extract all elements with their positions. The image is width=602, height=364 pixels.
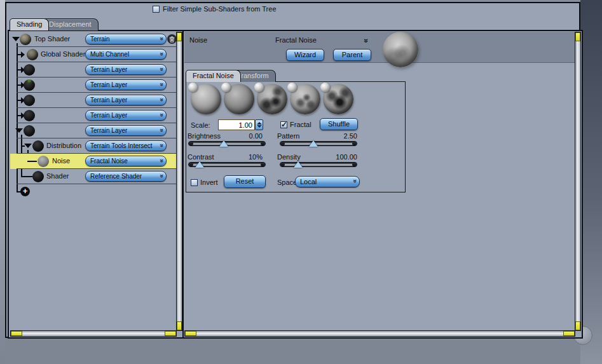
brightness-slider[interactable] [188, 141, 266, 146]
tree-row-distribution[interactable]: Distribution Terrain Tools Intersect » [10, 138, 177, 154]
space-label: Space [277, 179, 297, 186]
chevron-down-icon: » [158, 37, 165, 41]
shader-type-dropdown[interactable]: Terrain Layer » [85, 79, 167, 90]
inspector-shader-name: Noise [189, 36, 207, 44]
add-shader-button[interactable]: + [20, 187, 30, 196]
chevron-down-icon[interactable]: » [363, 39, 369, 43]
fractal-checkbox[interactable] [280, 121, 287, 128]
slider-thumb[interactable] [195, 161, 204, 168]
expand-arrow-icon[interactable] [21, 51, 25, 58]
noise-preset-miniball-icon [188, 83, 198, 92]
shader-type-dropdown[interactable]: Terrain Tools Intersect » [85, 140, 167, 151]
shader-preview-sphere [20, 34, 31, 45]
density-value: 100.00 [317, 153, 357, 161]
tab-fractal-noise[interactable]: Fractal Noise [186, 70, 241, 82]
trash-icon[interactable] [167, 34, 177, 44]
tree-row-terrain-layer[interactable]: Terrain Layer » [10, 78, 177, 93]
scrollbar-handle[interactable] [563, 331, 575, 336]
tree-row-terrain-layer[interactable]: Terrain Layer » [10, 62, 177, 78]
shader-preview-sphere [32, 140, 44, 152]
tree-row-add: + [10, 184, 177, 199]
tree-row-global-shader[interactable]: Global Shader Multi Channel » [10, 47, 177, 62]
inspector-vertical-scrollbar[interactable] [575, 32, 581, 331]
chevron-down-icon: » [352, 179, 358, 183]
tab-displacement[interactable]: Displacement [42, 18, 99, 30]
contrast-label: Contrast [188, 153, 214, 161]
tree-row-terrain-layer[interactable]: Terrain Layer » [10, 108, 177, 123]
scrollbar-handle[interactable] [165, 331, 176, 336]
shader-type-dropdown[interactable]: Multi Channel » [85, 49, 167, 60]
desktop-left-strip [0, 0, 5, 364]
reset-button[interactable]: Reset [224, 175, 266, 188]
tree-row-top-shader[interactable]: Top Shader Terrain » [10, 32, 177, 47]
slider-thumb[interactable] [294, 161, 303, 168]
scrollbar-handle[interactable] [575, 321, 580, 330]
scrollbar-handle[interactable] [11, 331, 22, 336]
shader-type-dropdown[interactable]: Fractal Noise » [85, 156, 167, 166]
tab-shading[interactable]: Shading [10, 18, 49, 30]
contrast-slider[interactable] [188, 162, 266, 167]
wizard-button[interactable]: Wizard [286, 49, 324, 61]
scale-stepper[interactable] [255, 119, 263, 130]
tree-row-terrain-layer[interactable]: Terrain Layer » [10, 93, 177, 108]
tree-row-label: Top Shader [34, 35, 70, 43]
collapse-arrow-icon[interactable] [24, 144, 32, 148]
spinner-up-icon[interactable] [257, 122, 262, 125]
density-label: Density [277, 153, 301, 161]
shader-inspector-panel: Noise Fractal Noise » Wizard Parent Frac… [182, 30, 583, 339]
tree-horizontal-scrollbar[interactable] [10, 330, 177, 337]
shader-preview-sphere [27, 49, 38, 60]
chevron-down-icon: » [158, 128, 165, 132]
shader-preview-sphere [24, 95, 35, 106]
pattern-slider[interactable] [280, 141, 357, 146]
dropdown-value: Terrain Layer [90, 97, 127, 104]
parent-button[interactable]: Parent [333, 49, 371, 61]
shader-type-dropdown[interactable]: Terrain » [85, 34, 167, 44]
fractal-label: Fractal [290, 121, 311, 128]
brightness-value: 0.00 [222, 132, 263, 140]
tree-row-noise-selected[interactable]: Noise Fractal Noise » [10, 154, 177, 169]
chevron-down-icon: » [158, 174, 165, 178]
shader-type-dropdown[interactable]: Terrain Layer » [85, 95, 167, 105]
shuffle-button[interactable]: Shuffle [320, 118, 358, 130]
scrollbar-handle[interactable] [177, 321, 182, 330]
inspector-shader-type-dropdown[interactable]: Fractal Noise [275, 36, 317, 44]
tree-vertical-scrollbar[interactable] [176, 32, 182, 331]
shader-preview-sphere [24, 110, 35, 121]
slider-thumb[interactable] [219, 140, 228, 147]
collapse-arrow-icon[interactable] [12, 37, 20, 41]
contrast-value: 10% [222, 153, 263, 161]
collapse-arrow-icon[interactable] [15, 128, 23, 133]
filter-subshaders-checkbox[interactable] [153, 6, 160, 13]
shader-preview-sphere [24, 125, 35, 137]
inspector-horizontal-scrollbar[interactable] [184, 330, 575, 337]
spinner-down-icon[interactable] [257, 125, 262, 128]
dropdown-value: Terrain Layer [90, 66, 127, 73]
chevron-down-icon: » [158, 83, 165, 86]
invert-checkbox[interactable] [191, 179, 198, 186]
filter-subshaders-label: Filter Simple Sub-Shaders from Tree [163, 5, 277, 13]
chevron-down-icon: » [158, 52, 165, 56]
dropdown-value: Fractal Noise [90, 158, 128, 165]
scrollbar-handle[interactable] [177, 32, 182, 41]
chevron-down-icon: » [158, 144, 165, 147]
tree-connector-line [27, 161, 37, 162]
slider-thumb[interactable] [309, 140, 318, 147]
shader-editor-window: Filter Simple Sub-Shaders from Tree Shad… [5, 2, 580, 338]
pattern-value: 2.50 [317, 132, 357, 140]
chevron-down-icon: » [158, 113, 165, 117]
dropdown-value: Local [300, 178, 317, 185]
density-slider[interactable] [280, 162, 357, 167]
shader-type-dropdown[interactable]: Reference Shader » [85, 171, 167, 182]
shader-type-dropdown[interactable]: Terrain Layer » [85, 64, 167, 75]
tree-row-terrain-layer-expanded[interactable]: Terrain Layer » [10, 123, 177, 138]
dropdown-value: Multi Channel [90, 51, 129, 58]
dropdown-value: Terrain Layer [90, 127, 127, 134]
space-dropdown[interactable]: Local » [295, 176, 360, 187]
shader-type-dropdown[interactable]: Terrain Layer » [85, 125, 167, 136]
tree-row-shader[interactable]: Shader Reference Shader » [10, 169, 177, 184]
scrollbar-handle[interactable] [575, 32, 580, 41]
shader-type-dropdown[interactable]: Terrain Layer » [85, 110, 167, 121]
scale-input[interactable] [218, 119, 255, 130]
scrollbar-handle[interactable] [185, 331, 196, 336]
